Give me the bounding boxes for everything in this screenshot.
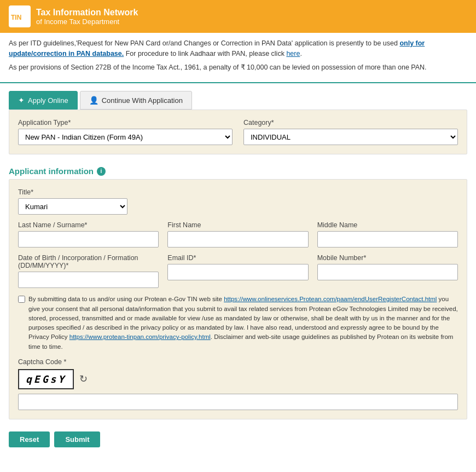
consent-link1[interactable]: https://www.onlineservices.Protean.com/p…	[224, 296, 437, 302]
tab-apply-online[interactable]: ✦ Apply Online	[9, 91, 78, 110]
captcha-label: Captcha Code *	[18, 358, 458, 366]
header-title-line1: Tax Information Network	[36, 8, 138, 18]
consent-area: By submitting data to us and/or using ou…	[18, 295, 458, 352]
continue-icon: 👤	[89, 96, 98, 105]
captcha-input[interactable]	[18, 394, 458, 410]
application-type-section: Application Type* New PAN - Indian Citiz…	[9, 110, 467, 154]
section-divider	[0, 82, 476, 83]
captcha-refresh-icon[interactable]: ↻	[79, 373, 88, 385]
mobile-field: Mobile Number*	[317, 254, 458, 288]
applicant-info-heading: Applicant information i	[0, 161, 476, 179]
first-name-input[interactable]	[167, 231, 308, 247]
applicant-heading-text: Applicant information	[9, 166, 94, 176]
application-type-field: Application Type* New PAN - Indian Citiz…	[18, 119, 233, 145]
title-select[interactable]: Kumari	[18, 198, 127, 215]
reset-button[interactable]: Reset	[9, 431, 50, 447]
aadhaar-link[interactable]: here	[286, 50, 300, 57]
application-type-select[interactable]: New PAN - Indian Citizen (Form 49A)	[18, 129, 233, 145]
captcha-image: qEGsY	[18, 369, 74, 389]
email-input[interactable]	[167, 264, 308, 280]
notice-area: As per ITD guidelines,'Request for New P…	[0, 33, 476, 79]
header-title-line2: of Income Tax Department	[36, 18, 138, 26]
first-name-field: First Name	[167, 221, 308, 247]
consent-text: By submitting data to us and/or using ou…	[28, 295, 458, 352]
apply-icon: ✦	[18, 96, 25, 105]
dob-input[interactable]	[18, 272, 159, 288]
middle-name-label: Middle Name	[317, 221, 458, 229]
dob-email-mobile-row: Date of Birth / Incorporation / Formatio…	[18, 254, 458, 288]
email-label: Email ID*	[167, 254, 308, 262]
consent-checkbox[interactable]	[18, 296, 25, 303]
last-name-field: Last Name / Surname*	[18, 221, 159, 247]
captcha-row: qEGsY ↻	[18, 369, 458, 389]
header: TIN Tax Information Network of Income Ta…	[0, 0, 476, 33]
svg-text:TIN: TIN	[11, 14, 21, 21]
name-row: Last Name / Surname* First Name Middle N…	[18, 221, 458, 247]
notice1: As per ITD guidelines,'Request for New P…	[9, 38, 467, 59]
tin-logo-icon: TIN	[9, 5, 31, 27]
submit-button[interactable]: Submit	[54, 431, 100, 447]
category-field: Category* INDIVIDUAL	[243, 119, 458, 145]
info-icon[interactable]: i	[97, 167, 106, 176]
applicant-form-section: Title* Kumari Last Name / Surname* First…	[9, 179, 467, 419]
category-select[interactable]: INDIVIDUAL	[243, 129, 458, 145]
middle-name-input[interactable]	[317, 231, 458, 247]
last-name-input[interactable]	[18, 231, 159, 247]
mobile-label: Mobile Number*	[317, 254, 458, 262]
dob-label: Date of Birth / Incorporation / Formatio…	[18, 254, 159, 269]
title-field: Title* Kumari	[18, 188, 127, 215]
mobile-input[interactable]	[317, 264, 458, 280]
application-type-label: Application Type*	[18, 119, 233, 126]
first-name-label: First Name	[167, 221, 308, 229]
captcha-section: Captcha Code * qEGsY ↻	[18, 358, 458, 410]
middle-name-field: Middle Name	[317, 221, 458, 247]
consent-checkbox-wrapper: By submitting data to us and/or using ou…	[18, 295, 458, 352]
title-row: Title* Kumari	[18, 188, 458, 215]
title-label: Title*	[18, 188, 127, 196]
tab-continue-application[interactable]: 👤 Continue With Application	[80, 91, 192, 110]
last-name-label: Last Name / Surname*	[18, 221, 159, 229]
notice2: As per provisions of Section 272B of the…	[9, 62, 467, 73]
header-title: Tax Information Network of Income Tax De…	[36, 8, 138, 26]
category-label: Category*	[243, 119, 458, 126]
tab-bar: ✦ Apply Online 👤 Continue With Applicati…	[0, 87, 476, 110]
consent-link2[interactable]: https://www.protean-tinpan.com/privacy-p…	[69, 333, 211, 340]
email-field: Email ID*	[167, 254, 308, 288]
dob-field: Date of Birth / Incorporation / Formatio…	[18, 254, 159, 288]
button-row: Reset Submit	[0, 426, 476, 453]
